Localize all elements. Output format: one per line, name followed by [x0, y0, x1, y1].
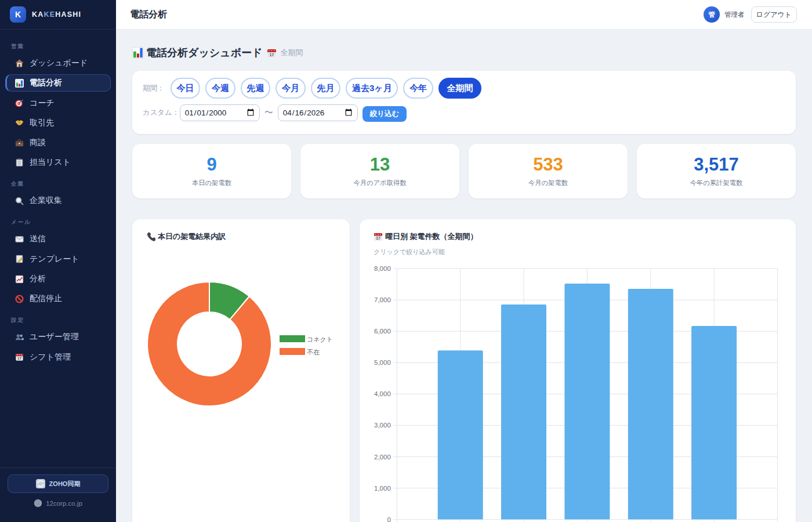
svg-text:不在: 不在 — [307, 349, 320, 356]
svg-text:17: 17 — [269, 52, 274, 56]
svg-text:5,000: 5,000 — [374, 359, 391, 366]
svg-text:コネクト: コネクト — [307, 336, 333, 343]
svg-text:0: 0 — [387, 516, 390, 522]
svg-text:8,000: 8,000 — [374, 266, 391, 272]
svg-text:3,000: 3,000 — [374, 422, 391, 429]
svg-text:4,000: 4,000 — [374, 390, 391, 397]
svg-text:2,000: 2,000 — [374, 454, 391, 461]
svg-text:7,000: 7,000 — [374, 296, 391, 303]
svg-text:17: 17 — [17, 356, 21, 360]
svg-text:6,000: 6,000 — [374, 328, 391, 335]
svg-text:17: 17 — [376, 236, 380, 240]
svg-text:1,000: 1,000 — [374, 485, 391, 492]
